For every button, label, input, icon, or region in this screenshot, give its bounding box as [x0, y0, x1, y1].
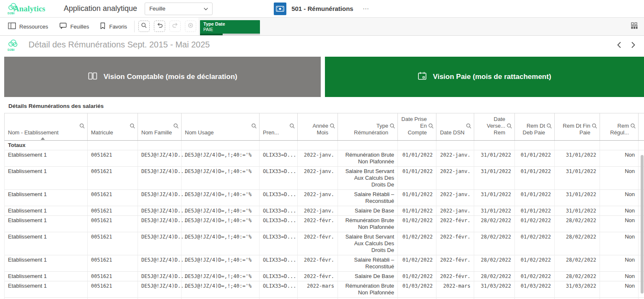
table-cell[interactable]: DE5J@!JZ/4)D...: [138, 167, 182, 189]
table-cell[interactable]: 28/02/2022: [555, 232, 600, 255]
table-cell[interactable]: DE5J@!JZ/4)D...: [138, 232, 182, 255]
table-cell[interactable]: Non: [600, 255, 639, 271]
table-cell[interactable]: 2022-févr.: [298, 272, 338, 281]
column-search-icon[interactable]: [506, 123, 512, 129]
table-cell[interactable]: 2022-janv.: [298, 206, 338, 215]
table-cell[interactable]: 01/03/2022: [515, 281, 555, 297]
table-cell[interactable]: Non: [600, 272, 639, 281]
table-cell[interactable]: 01/01/2022: [398, 190, 436, 206]
table-cell[interactable]: Non: [600, 281, 639, 297]
table-cell[interactable]: 0051621: [88, 216, 138, 232]
table-cell[interactable]: DE5J@!JZ/4)D...: [138, 272, 182, 281]
table-cell[interactable]: 28/02/2022: [474, 232, 515, 255]
table-cell[interactable]: 28/02/2022: [555, 255, 600, 271]
table-cell[interactable]: 28/02/2022: [474, 272, 515, 281]
table-cell[interactable]: [88, 141, 138, 150]
column-search-icon[interactable]: [546, 123, 552, 129]
table-cell[interactable]: 0051621: [88, 167, 138, 189]
table-cell[interactable]: [555, 141, 600, 150]
table-cell[interactable]: DE5J@!JZ/4)D=,!;40:='%: [182, 190, 260, 206]
column-search-icon[interactable]: [251, 123, 257, 129]
table-cell[interactable]: 2022-févr.: [298, 216, 338, 232]
table-cell[interactable]: Salaire Brut Servant Aux Calculs Des Dro…: [338, 167, 398, 189]
table-cell[interactable]: [515, 141, 555, 150]
table-cell[interactable]: [138, 141, 182, 150]
table-cell[interactable]: DE5J@!JZ/4)D=,!;40:='%: [182, 216, 260, 232]
table-cell[interactable]: 2022-janv.: [436, 167, 474, 189]
table-cell[interactable]: 01/02/2022: [398, 216, 436, 232]
table-cell[interactable]: DE5J@!JZ/4)D...: [138, 281, 182, 297]
table-cell[interactable]: DE5J@!JZ/4)D=,!;40:='%: [182, 255, 260, 271]
column-header-12[interactable]: Rem Régul...: [600, 113, 639, 140]
smart-search-button[interactable]: [138, 21, 150, 32]
column-search-icon[interactable]: [428, 123, 434, 129]
table-cell[interactable]: DE5J@!JZ/4)D...: [138, 255, 182, 271]
table-cell[interactable]: DE5J@!JZ/4)D=,!;40:='%: [182, 272, 260, 281]
table-cell[interactable]: Etablissement 1: [5, 255, 88, 271]
column-header-1[interactable]: Matricule: [88, 113, 138, 140]
scrollbar-thumb[interactable]: [641, 155, 644, 294]
table-cell[interactable]: 28/02/2022: [555, 272, 600, 281]
table-cell[interactable]: 31/03/2022: [555, 281, 600, 297]
table-cell[interactable]: DE5J@!JZ/4)D...: [138, 190, 182, 206]
table-cell[interactable]: 2022-janv.: [436, 206, 474, 215]
table-cell[interactable]: [338, 141, 398, 150]
table-cell[interactable]: Etablissement 1: [5, 206, 88, 215]
table-cell[interactable]: 0051621: [88, 272, 138, 281]
table-cell[interactable]: 31/01/2022: [474, 206, 515, 215]
table-cell[interactable]: Non: [600, 190, 639, 206]
column-header-9[interactable]: Date Verse... Rem: [474, 113, 515, 140]
table-cell[interactable]: 2022-janv.: [436, 190, 474, 206]
table-cell[interactable]: 01/02/2022: [515, 272, 555, 281]
table-cell[interactable]: 0051621: [88, 190, 138, 206]
table-cell[interactable]: 01/01/2022: [515, 150, 555, 166]
table-cell[interactable]: 01/01/2022: [515, 190, 555, 206]
table-cell[interactable]: 31/03/2022: [474, 281, 515, 297]
table-cell[interactable]: Rémunération Brute Non Plafonnée: [338, 216, 398, 232]
table-cell[interactable]: 01/01/2022: [398, 167, 436, 189]
table-cell[interactable]: Non: [600, 216, 639, 232]
column-header-0[interactable]: Nom - Etablissement: [5, 113, 88, 140]
sheets-button[interactable]: Feuilles: [54, 18, 95, 35]
table-cell[interactable]: 2022-févr.: [298, 232, 338, 255]
table-cell[interactable]: Etablissement 1: [5, 216, 88, 232]
table-cell[interactable]: 01/01/2022: [515, 206, 555, 215]
selection-chip-type-date[interactable]: Type Date PAIE: [200, 20, 260, 35]
table-cell[interactable]: 01/02/2022: [398, 232, 436, 255]
table-cell[interactable]: [600, 141, 639, 150]
table-cell[interactable]: Salaire Rétabli – Reconstitué: [338, 255, 398, 271]
table-cell[interactable]: 2022-févr.: [298, 255, 338, 271]
table-cell[interactable]: OLIX33=D...: [260, 272, 298, 281]
column-header-6[interactable]: Type Rémunération: [338, 113, 398, 140]
table-cell[interactable]: DE5J@!JZ/4)D=,!;40:='%: [182, 232, 260, 255]
column-search-icon[interactable]: [130, 123, 135, 129]
table-cell[interactable]: 28/02/2022: [474, 255, 515, 271]
table-cell[interactable]: [436, 141, 474, 150]
table-cell[interactable]: 2022-janv.: [298, 167, 338, 189]
table-cell[interactable]: 28/02/2022: [555, 216, 600, 232]
table-cell[interactable]: 2022-févr.: [436, 216, 474, 232]
table-cell[interactable]: 2022-mars: [298, 281, 338, 297]
sheet-grid-button[interactable]: [625, 18, 644, 35]
table-cell[interactable]: 0051621: [88, 232, 138, 255]
table-cell[interactable]: 31/01/2022: [555, 206, 600, 215]
table-cell[interactable]: 0051621: [88, 281, 138, 297]
vision-comptable-button[interactable]: Vision Comptable (mois de déclaration): [4, 57, 321, 97]
table-cell[interactable]: [260, 141, 298, 150]
table-cell[interactable]: 0051621: [88, 206, 138, 215]
table-cell[interactable]: Salaire De Base: [338, 206, 398, 215]
step-back-button[interactable]: [154, 21, 165, 32]
table-cell[interactable]: Non: [600, 150, 639, 166]
table-cell[interactable]: OLIX33=D...: [260, 150, 298, 166]
column-header-2[interactable]: Nom Famille: [138, 113, 182, 140]
table-cell[interactable]: Rémunération Brute Non Plafonnée: [338, 281, 398, 297]
column-search-icon[interactable]: [289, 123, 295, 129]
table-cell[interactable]: 31/01/2022: [474, 167, 515, 189]
table-cell[interactable]: Etablissement 1: [5, 272, 88, 281]
column-header-10[interactable]: Rem Dt Deb Paie: [515, 113, 555, 140]
column-search-icon[interactable]: [330, 123, 335, 129]
table-cell[interactable]: 31/01/2022: [474, 190, 515, 206]
column-header-4[interactable]: Pren...: [260, 113, 298, 140]
table-cell[interactable]: Rémunération Brute Non Plafonnée: [338, 150, 398, 166]
table-cell[interactable]: 01/01/2022: [398, 206, 436, 215]
